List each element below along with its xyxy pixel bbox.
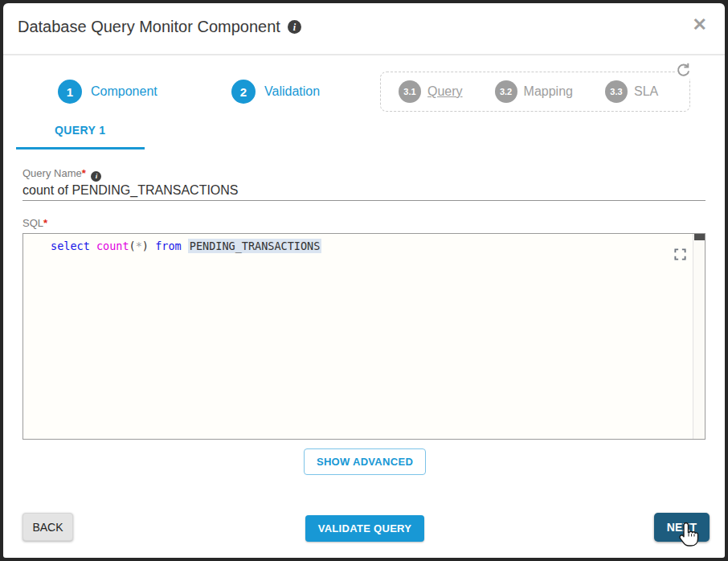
wizard-substeps-group: 3.1 Query 3.2 Mapping 3.3 SLA: [380, 72, 690, 112]
wizard-substep-mapping[interactable]: 3.2 Mapping: [495, 80, 573, 103]
next-button[interactable]: NEXT: [654, 513, 710, 542]
database-query-monitor-dialog: Database Query Monitor Component i ✕ 1 C…: [3, 3, 725, 558]
sql-label: SQL*: [22, 217, 47, 229]
editor-scrollbar-thumb[interactable]: [694, 234, 705, 240]
step-number-badge: 1: [58, 80, 82, 104]
page-title: Database Query Monitor Component i: [18, 18, 301, 36]
step-label: Validation: [264, 84, 320, 99]
sql-code-editor[interactable]: select count(*) from PENDING_TRANSACTION…: [22, 233, 706, 440]
dialog-title-text: Database Query Monitor Component: [18, 18, 280, 36]
substep-label: Query: [427, 84, 463, 99]
query-name-input[interactable]: [22, 180, 706, 201]
tab-active-underline: [16, 147, 145, 149]
sql-code-line[interactable]: select count(*) from PENDING_TRANSACTION…: [51, 240, 321, 252]
wizard-step-validation[interactable]: 2 Validation: [231, 80, 320, 104]
refresh-icon[interactable]: [675, 61, 693, 79]
info-icon[interactable]: i: [288, 20, 301, 34]
step-label: Component: [91, 84, 157, 99]
substep-label: SLA: [634, 84, 658, 99]
validate-query-button[interactable]: VALIDATE QUERY: [305, 515, 424, 542]
fullscreen-icon[interactable]: [673, 248, 687, 261]
required-asterisk: *: [43, 217, 47, 229]
required-asterisk: *: [82, 167, 86, 179]
substep-number-badge: 3.1: [399, 80, 421, 103]
close-icon[interactable]: ✕: [693, 16, 707, 34]
substep-label: Mapping: [524, 84, 573, 99]
substep-number-badge: 3.3: [605, 80, 628, 103]
step-number-badge: 2: [231, 80, 256, 104]
wizard-substep-query[interactable]: 3.1 Query: [399, 80, 463, 103]
substep-number-badge: 3.2: [495, 80, 517, 103]
show-advanced-button[interactable]: SHOW ADVANCED: [304, 448, 426, 475]
highlighted-token: PENDING_TRANSACTIONS: [188, 239, 322, 253]
wizard-step-component[interactable]: 1 Component: [58, 80, 157, 104]
header-divider: [3, 54, 725, 55]
back-button[interactable]: BACK: [22, 513, 73, 541]
editor-scrollbar[interactable]: [693, 234, 705, 439]
tab-query-1[interactable]: QUERY 1: [55, 124, 106, 137]
wizard-substep-sla[interactable]: 3.3 SLA: [605, 80, 658, 103]
